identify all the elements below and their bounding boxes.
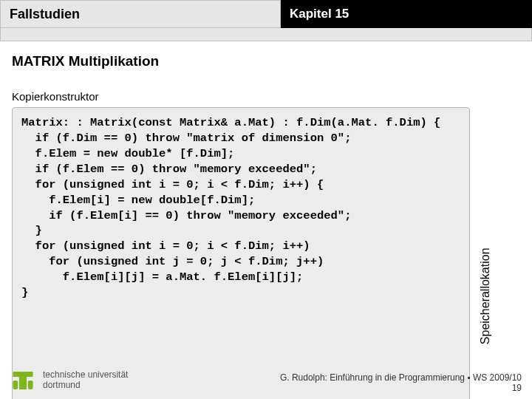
header-left: Fallstudien	[0, 0, 281, 28]
footer: technische universität dortmund G. Rudol…	[10, 368, 522, 393]
logo-block: technische universität dortmund	[10, 368, 128, 393]
side-labels: Speicherallokation kopieren	[474, 107, 497, 399]
uni-line2: dortmund	[43, 381, 128, 391]
page-number: 19	[280, 383, 522, 393]
slide-header: Fallstudien Kapitel 15	[0, 0, 532, 28]
svg-rect-2	[13, 381, 18, 389]
credit-block: G. Rudolph: Einführung in die Programmie…	[280, 372, 522, 393]
logo-text: technische universität dortmund	[43, 370, 128, 391]
tu-logo-icon	[10, 368, 35, 393]
content-row: Matrix: : Matrix(const Matrix& a.Mat) : …	[0, 107, 532, 399]
svg-rect-3	[28, 381, 33, 389]
section-title: MATRIX Multiplikation	[0, 41, 532, 77]
header-band	[0, 28, 532, 41]
uni-line1: technische universität	[43, 370, 128, 381]
code-box: Matrix: : Matrix(const Matrix& a.Mat) : …	[12, 107, 470, 399]
sub-title: Kopierkonstruktor	[0, 77, 532, 107]
credit-line: G. Rudolph: Einführung in die Programmie…	[280, 372, 522, 383]
svg-rect-1	[19, 372, 27, 389]
side-label-alloc: Speicherallokation	[479, 113, 492, 344]
header-right: Kapitel 15	[281, 0, 532, 28]
